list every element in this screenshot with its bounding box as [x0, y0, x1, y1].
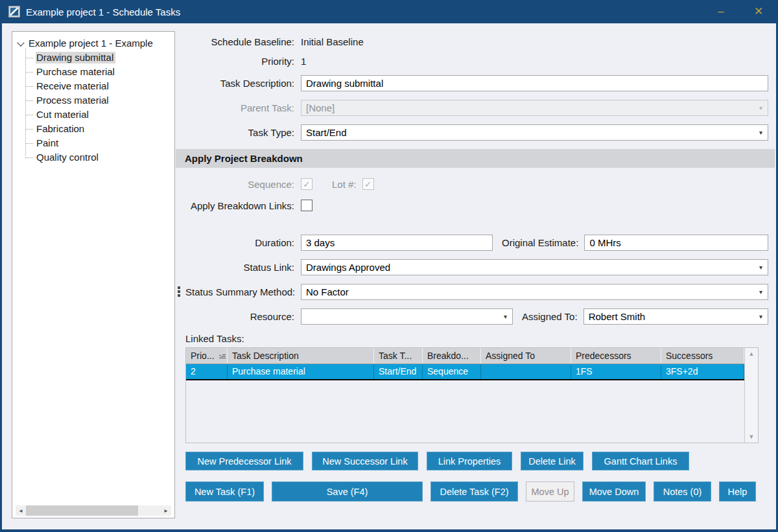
task-description-label: Task Description: — [185, 78, 301, 89]
table-cell: 2 — [186, 364, 228, 379]
tree-item-purchase-material[interactable]: Purchase material — [25, 65, 173, 79]
task-type-value: Start/End — [306, 127, 347, 138]
save-f4-button[interactable]: Save (F4) — [272, 481, 423, 502]
duration-input[interactable]: 3 days — [301, 235, 493, 251]
status-summary-method-label: Status Summary Method: — [185, 286, 301, 297]
delete-link-button[interactable]: Delete Link — [521, 452, 584, 470]
table-row[interactable]: 2Purchase materialStart/EndSequence1FS3F… — [186, 364, 744, 380]
notes-0-button[interactable]: Notes (0) — [654, 481, 711, 502]
scrollbar-track[interactable] — [138, 505, 161, 516]
task-type-label: Task Type: — [185, 127, 301, 138]
column-header-prio[interactable]: Prio... — [186, 348, 228, 364]
chevron-down-icon[interactable] — [17, 39, 24, 46]
assigned-to-value: Robert Smith — [589, 311, 646, 322]
minimize-button[interactable]: – — [711, 0, 731, 23]
window-title: Example project 1 - Schedule Tasks — [26, 6, 711, 17]
column-header-assigned-to[interactable]: Assigned To — [481, 348, 571, 364]
tree-children: Drawing submittalPurchase materialReceiv… — [25, 51, 173, 165]
dialog-body: Example project 1 - Example Drawing subm… — [2, 23, 776, 529]
sort-order-icon — [218, 353, 226, 359]
tree-root-label: Example project 1 - Example — [29, 36, 153, 51]
splitter-handle[interactable] — [178, 286, 180, 297]
resource-dropdown[interactable]: ▾ — [301, 308, 513, 325]
tree-item-label: Drawing submittal — [36, 52, 115, 64]
scroll-up-icon[interactable]: ▲ — [749, 351, 755, 357]
tree-item-label: Cut material — [36, 109, 91, 121]
tree-item-fabrication[interactable]: Fabrication — [25, 122, 173, 136]
apply-breakdown-links-checkbox[interactable] — [301, 200, 312, 211]
tree-item-label: Quality control — [36, 152, 100, 163]
task-form: Schedule Baseline: Initial Baseline Prio… — [185, 31, 768, 529]
new-predecessor-link-button[interactable]: New Predecessor Link — [185, 452, 303, 470]
delete-task-f2-button[interactable]: Delete Task (F2) — [430, 481, 518, 502]
table-cell: 3FS+2d — [661, 364, 744, 379]
dropdown-arrow-icon: ▾ — [504, 313, 507, 320]
action-buttons-row: New Task (F1)Save (F4)Delete Task (F2)Mo… — [185, 481, 768, 502]
status-link-dropdown[interactable]: Drawings Approved ▾ — [301, 259, 768, 275]
linked-tasks-header-row: Prio...Task DescriptionTask T...Breakdo.… — [186, 348, 744, 364]
priority-value: 1 — [301, 56, 306, 67]
link-buttons-row: New Predecessor LinkNew Successor LinkLi… — [185, 452, 768, 470]
help-button[interactable]: Help — [719, 481, 756, 502]
dropdown-arrow-icon: ▾ — [759, 264, 762, 271]
scroll-left-icon[interactable]: ◄ — [16, 505, 26, 516]
tree-item-drawing-submittal[interactable]: Drawing submittal — [25, 51, 173, 65]
apply-project-breakdown-section: Apply Project Breakdown Sequence: ✓ Lot … — [176, 149, 768, 223]
status-summary-method-value: No Factor — [306, 286, 349, 297]
column-header-task-description[interactable]: Task Description — [228, 348, 374, 364]
status-link-value: Drawings Approved — [306, 262, 390, 273]
tree-item-receive-material[interactable]: Receive material — [25, 79, 173, 93]
column-header-label: Task Description — [232, 351, 299, 361]
panel-splitter[interactable] — [175, 31, 185, 529]
gantt-chart-links-button[interactable]: Gantt Chart Links — [592, 452, 689, 470]
scroll-down-icon[interactable]: ▼ — [749, 434, 755, 440]
table-vertical-scrollbar[interactable]: ▲ ▼ — [744, 348, 758, 443]
assigned-to-dropdown[interactable]: Robert Smith ▾ — [584, 308, 768, 325]
lot-label: Lot #: — [332, 179, 357, 190]
lot-checkbox: ✓ — [362, 178, 374, 190]
column-header-breakdo[interactable]: Breakdo... — [423, 348, 481, 364]
assigned-to-label: Assigned To: — [522, 311, 578, 322]
tree-item-label: Purchase material — [36, 66, 117, 78]
task-tree-panel: Example project 1 - Example Drawing subm… — [12, 31, 175, 518]
move-up-button: Move Up — [526, 481, 574, 502]
dropdown-arrow-icon: ▾ — [759, 129, 762, 136]
app-icon — [8, 6, 20, 17]
schedule-baseline-label: Schedule Baseline: — [185, 36, 301, 47]
apply-breakdown-links-label: Apply Breakdown Links: — [176, 200, 301, 211]
new-task-f1-button[interactable]: New Task (F1) — [185, 481, 264, 502]
column-header-task-t[interactable]: Task T... — [374, 348, 423, 364]
original-estimate-label: Original Estimate: — [502, 237, 578, 248]
tree-root-item[interactable]: Example project 1 - Example — [16, 36, 173, 51]
column-header-label: Prio... — [191, 351, 215, 361]
link-properties-button[interactable]: Link Properties — [427, 452, 512, 470]
linked-tasks-rows: 2Purchase materialStart/EndSequence1FS3F… — [186, 364, 744, 380]
table-cell — [481, 364, 571, 379]
linked-tasks-table: Prio...Task DescriptionTask T...Breakdo.… — [185, 347, 759, 443]
scrollbar-thumb[interactable] — [26, 505, 138, 516]
new-successor-link-button[interactable]: New Successor Link — [312, 452, 418, 470]
column-header-predecessors[interactable]: Predecessors — [571, 348, 661, 364]
task-type-dropdown[interactable]: Start/End ▾ — [301, 124, 768, 141]
tree-horizontal-scrollbar[interactable]: ◄ ► — [16, 505, 171, 516]
schedule-tasks-window: Example project 1 - Schedule Tasks – ✕ E… — [0, 0, 778, 532]
column-header-label: Assigned To — [486, 351, 535, 361]
apply-project-breakdown-header: Apply Project Breakdown — [176, 149, 775, 168]
column-header-successors[interactable]: Successors — [661, 348, 744, 364]
dropdown-arrow-icon: ▾ — [759, 104, 762, 111]
status-summary-method-dropdown[interactable]: No Factor ▾ — [301, 284, 768, 300]
titlebar: Example project 1 - Schedule Tasks – ✕ — [2, 0, 776, 23]
close-button[interactable]: ✕ — [749, 0, 768, 23]
move-down-button[interactable]: Move Down — [582, 481, 646, 502]
task-description-input[interactable]: Drawing submittal — [301, 75, 768, 91]
tree-item-cut-material[interactable]: Cut material — [25, 108, 173, 122]
parent-task-label: Parent Task: — [185, 102, 301, 113]
scroll-right-icon[interactable]: ► — [161, 505, 171, 516]
original-estimate-input[interactable]: 0 MHrs — [584, 235, 768, 251]
parent-task-dropdown: [None] ▾ — [301, 100, 768, 116]
table-cell: Start/End — [374, 364, 423, 379]
dropdown-arrow-icon: ▾ — [759, 313, 762, 320]
tree-item-quality-control[interactable]: Quality control — [25, 150, 173, 165]
tree-item-process-material[interactable]: Process material — [25, 93, 173, 108]
tree-item-paint[interactable]: Paint — [25, 136, 173, 150]
